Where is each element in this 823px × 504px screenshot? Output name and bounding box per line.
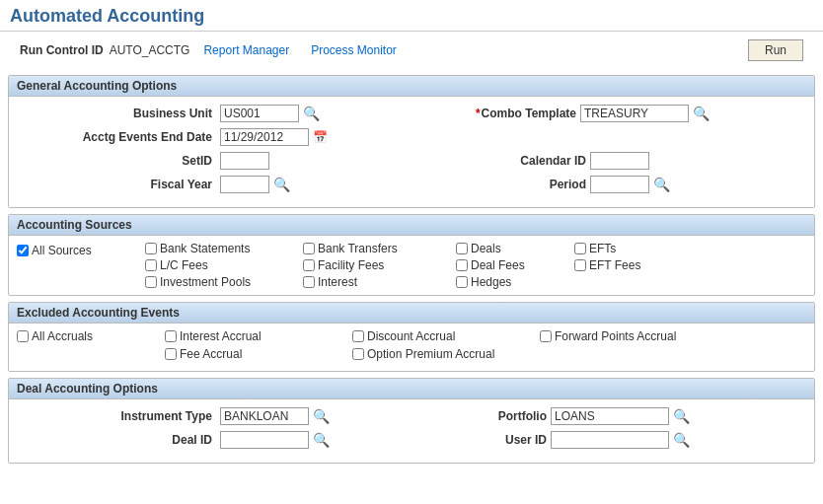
business-unit-lookup-icon[interactable]: 🔍 (303, 106, 319, 121)
deal-id-label: Deal ID (19, 433, 216, 447)
interest-row[interactable]: Interest (303, 275, 456, 289)
forward-points-accrual-row[interactable]: Forward Points Accrual (540, 329, 737, 343)
all-accruals-label: All Accruals (32, 329, 93, 343)
excluded-accounting-events-body: All Accruals Interest Accrual Discount A… (9, 324, 814, 371)
hedges-checkbox[interactable] (456, 276, 468, 288)
general-accounting-section: General Accounting Options Business Unit… (8, 75, 815, 208)
fiscal-year-input[interactable] (220, 176, 269, 193)
business-unit-input[interactable] (220, 105, 299, 122)
excluded-accounting-events-section: Excluded Accounting Events All Accruals … (8, 302, 815, 372)
deal-fees-row[interactable]: Deal Fees (456, 258, 574, 272)
setid-row: SetID Calendar ID (19, 152, 804, 170)
portfolio-lookup-icon[interactable]: 🔍 (673, 408, 689, 424)
business-unit-label: Business Unit (19, 107, 216, 120)
fiscal-year-lookup-icon[interactable]: 🔍 (273, 177, 289, 192)
combo-template-input[interactable] (580, 105, 689, 122)
facility-fees-checkbox[interactable] (303, 259, 315, 271)
instrument-type-row: Instrument Type 🔍 Portfolio 🔍 (19, 407, 804, 425)
interest-checkbox[interactable] (303, 276, 315, 288)
bank-transfers-checkbox[interactable] (303, 243, 315, 254)
bank-statements-row[interactable]: Bank Statements (145, 242, 303, 255)
instrument-type-input[interactable] (220, 407, 309, 425)
sources-row-2: L/C Fees Facility Fees Deal Fees EFT Fee… (145, 258, 806, 272)
combo-template-label: Combo Template (418, 107, 576, 120)
calendar-id-label: Calendar ID (428, 154, 586, 168)
events-row-2: Fee Accrual Option Premium Accrual (17, 347, 806, 361)
user-id-input[interactable] (551, 431, 669, 449)
eft-fees-checkbox[interactable] (574, 259, 586, 271)
eft-fees-row[interactable]: EFT Fees (574, 258, 653, 272)
user-id-label: User ID (448, 433, 547, 447)
lc-fees-checkbox[interactable] (145, 259, 157, 271)
hedges-row[interactable]: Hedges (456, 275, 574, 289)
setid-label: SetID (19, 154, 216, 168)
period-label: Period (428, 178, 586, 191)
acctg-events-end-date-label: Acctg Events End Date (19, 130, 216, 144)
interest-accrual-row[interactable]: Interest Accrual (165, 329, 333, 343)
bank-transfers-row[interactable]: Bank Transfers (303, 242, 456, 255)
interest-accrual-checkbox[interactable] (165, 330, 177, 342)
option-premium-accrual-checkbox[interactable] (352, 348, 364, 360)
deals-checkbox[interactable] (456, 243, 468, 254)
deals-row[interactable]: Deals (456, 242, 574, 255)
user-id-lookup-icon[interactable]: 🔍 (673, 432, 689, 448)
fiscal-year-label: Fiscal Year (19, 178, 216, 191)
deal-accounting-options-section: Deal Accounting Options Instrument Type … (8, 378, 815, 464)
all-accruals-row[interactable]: All Accruals (17, 329, 145, 343)
excluded-accounting-events-header: Excluded Accounting Events (9, 303, 814, 324)
deal-accounting-options-body: Instrument Type 🔍 Portfolio 🔍 Deal ID 🔍 … (9, 399, 814, 463)
forward-points-accrual-checkbox[interactable] (540, 330, 552, 342)
investment-pools-row[interactable]: Investment Pools (145, 275, 303, 289)
all-sources-checkbox-row[interactable]: All Sources (17, 244, 145, 257)
accounting-sources-section: Accounting Sources All Sources Bank Stat… (8, 214, 815, 296)
all-accruals-checkbox[interactable] (17, 330, 29, 342)
period-input[interactable] (590, 176, 649, 193)
investment-pools-checkbox[interactable] (145, 276, 157, 288)
deal-fees-checkbox[interactable] (456, 259, 468, 271)
accounting-sources-body: All Sources Bank Statements Bank Transfe… (9, 236, 814, 295)
portfolio-label: Portfolio (448, 409, 547, 423)
bank-statements-checkbox[interactable] (145, 243, 157, 254)
deal-id-lookup-icon[interactable]: 🔍 (313, 432, 329, 448)
events-row-1: All Accruals Interest Accrual Discount A… (17, 329, 806, 343)
sources-checkboxes: Bank Statements Bank Transfers Deals EFT… (145, 242, 806, 289)
discount-accrual-row[interactable]: Discount Accrual (352, 329, 520, 343)
general-accounting-header: General Accounting Options (9, 76, 814, 97)
acctg-events-end-date-input[interactable] (220, 128, 309, 146)
setid-input[interactable] (220, 152, 269, 170)
combo-template-lookup-icon[interactable]: 🔍 (693, 106, 709, 121)
fee-accrual-checkbox[interactable] (165, 348, 177, 360)
process-monitor-link[interactable]: Process Monitor (311, 43, 397, 57)
general-accounting-body: Business Unit 🔍 Combo Template 🔍 Acctg E… (9, 97, 814, 207)
run-control-bar: Run Control ID AUTO_ACCTG Report Manager… (0, 32, 823, 69)
acctg-events-end-date-row: Acctg Events End Date 📅 (19, 128, 804, 146)
option-premium-accrual-row[interactable]: Option Premium Accrual (352, 347, 550, 361)
instrument-type-label: Instrument Type (19, 409, 216, 423)
all-sources-label: All Sources (32, 244, 92, 257)
run-button[interactable]: Run (748, 39, 803, 61)
sources-row-3: Investment Pools Interest Hedges (145, 275, 806, 289)
sources-row-1: Bank Statements Bank Transfers Deals EFT… (145, 242, 806, 255)
efts-row[interactable]: EFTs (574, 242, 653, 255)
instrument-type-lookup-icon[interactable]: 🔍 (313, 408, 329, 424)
fee-accrual-row[interactable]: Fee Accrual (165, 347, 333, 361)
run-control-id-label: Run Control ID (20, 43, 104, 57)
efts-checkbox[interactable] (574, 243, 586, 254)
period-lookup-icon[interactable]: 🔍 (653, 177, 669, 192)
facility-fees-row[interactable]: Facility Fees (303, 258, 456, 272)
deal-id-row: Deal ID 🔍 User ID 🔍 (19, 431, 804, 449)
accounting-sources-header: Accounting Sources (9, 215, 814, 236)
report-manager-link[interactable]: Report Manager (203, 43, 289, 57)
business-unit-row: Business Unit 🔍 Combo Template 🔍 (19, 105, 804, 122)
all-sources-checkbox[interactable] (17, 245, 29, 256)
portfolio-input[interactable] (551, 407, 669, 425)
calendar-icon[interactable]: 📅 (313, 130, 328, 144)
fiscal-year-row: Fiscal Year 🔍 Period 🔍 (19, 176, 804, 193)
deal-id-input[interactable] (220, 431, 309, 449)
discount-accrual-checkbox[interactable] (352, 330, 364, 342)
page-title: Automated Accounting (0, 0, 823, 32)
calendar-id-input[interactable] (590, 152, 649, 170)
all-sources-col: All Sources (17, 242, 145, 289)
deal-accounting-options-header: Deal Accounting Options (9, 379, 814, 399)
lc-fees-row[interactable]: L/C Fees (145, 258, 303, 272)
